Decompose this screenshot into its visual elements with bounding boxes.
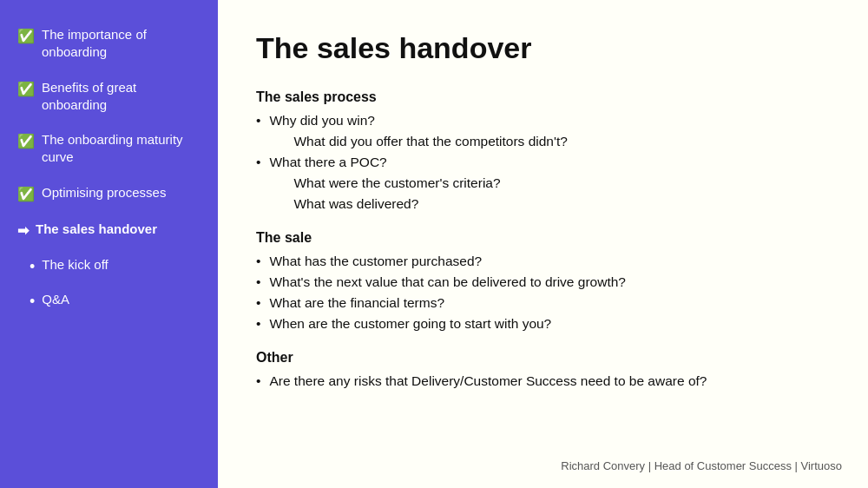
list-item: •What are the financial terms?: [256, 293, 830, 313]
sidebar-item-handover[interactable]: ➡The sales handover: [12, 212, 206, 249]
sidebar-item-qa[interactable]: •Q&A: [12, 284, 206, 319]
list-item: •Are there any risks that Delivery/Custo…: [256, 371, 830, 392]
section-the-sale: The sale•What has the customer purchased…: [256, 230, 830, 334]
bullet-icon: •: [30, 291, 35, 312]
section-title-sales-process: The sales process: [256, 89, 830, 105]
sidebar-item-kickoff[interactable]: •The kick off: [12, 249, 206, 284]
sub-list: What were the customer's criteria?What w…: [293, 173, 500, 214]
sidebar-item-label: The importance of onboarding: [42, 26, 201, 62]
bullet-point: •: [256, 371, 260, 392]
bullet-point: •: [256, 251, 260, 272]
check-icon: ✅: [17, 80, 35, 99]
sub-list-item: What did you offer that the competitors …: [293, 131, 567, 152]
sidebar-item-importance[interactable]: ✅The importance of onboarding: [12, 17, 206, 70]
main-content: The sales handover The sales process•Why…: [218, 0, 868, 488]
sub-list-item: What were the customer's criteria?: [293, 173, 500, 194]
bullet-list-sales-process: •Why did you win?What did you offer that…: [256, 110, 830, 214]
bullet-point: •: [256, 313, 260, 334]
bullet-list-the-sale: •What has the customer purchased?•What's…: [256, 251, 830, 334]
footer-text: Richard Convery | Head of Customer Succe…: [561, 459, 842, 472]
sidebar-item-label: The sales handover: [36, 221, 157, 238]
bullet-point: •: [256, 272, 260, 293]
sections-container: The sales process•Why did you win?What d…: [256, 89, 830, 407]
sidebar-item-label: Benefits of great onboarding: [42, 79, 201, 115]
check-icon: ✅: [17, 132, 35, 151]
sub-list-item: What was delivered?: [293, 194, 500, 214]
arrow-icon: ➡: [17, 221, 29, 241]
sidebar-item-optimising[interactable]: ✅Optimising processes: [12, 175, 206, 213]
bullet-point: •: [256, 110, 260, 131]
list-item: •What there a POC?What were the customer…: [256, 152, 830, 214]
section-other: Other•Are there any risks that Delivery/…: [256, 350, 830, 392]
sidebar-item-label: Optimising processes: [42, 184, 166, 201]
section-title-the-sale: The sale: [256, 230, 830, 246]
sidebar-item-label: The kick off: [42, 256, 108, 274]
sidebar-item-benefits[interactable]: ✅Benefits of great onboarding: [12, 70, 206, 123]
bullet-icon: •: [30, 256, 35, 277]
list-item: •What has the customer purchased?: [256, 251, 830, 272]
bullet-point: •: [256, 293, 260, 313]
section-sales-process: The sales process•Why did you win?What d…: [256, 89, 830, 214]
list-item: •What's the next value that can be deliv…: [256, 272, 830, 293]
sidebar-item-label: Q&A: [42, 291, 69, 308]
list-item: •When are the customer going to start wi…: [256, 313, 830, 334]
sidebar-item-maturity[interactable]: ✅The onboarding maturity curve: [12, 122, 206, 175]
section-title-other: Other: [256, 350, 830, 366]
list-item: •Why did you win?What did you offer that…: [256, 110, 830, 152]
check-icon: ✅: [17, 27, 35, 46]
sidebar-item-label: The onboarding maturity curve: [42, 131, 201, 167]
check-icon: ✅: [17, 185, 35, 204]
page-title: The sales handover: [256, 31, 830, 65]
sidebar: ✅The importance of onboarding✅Benefits o…: [0, 0, 218, 488]
bullet-list-other: •Are there any risks that Delivery/Custo…: [256, 371, 830, 392]
bullet-point: •: [256, 152, 260, 173]
sub-list: What did you offer that the competitors …: [293, 131, 567, 152]
